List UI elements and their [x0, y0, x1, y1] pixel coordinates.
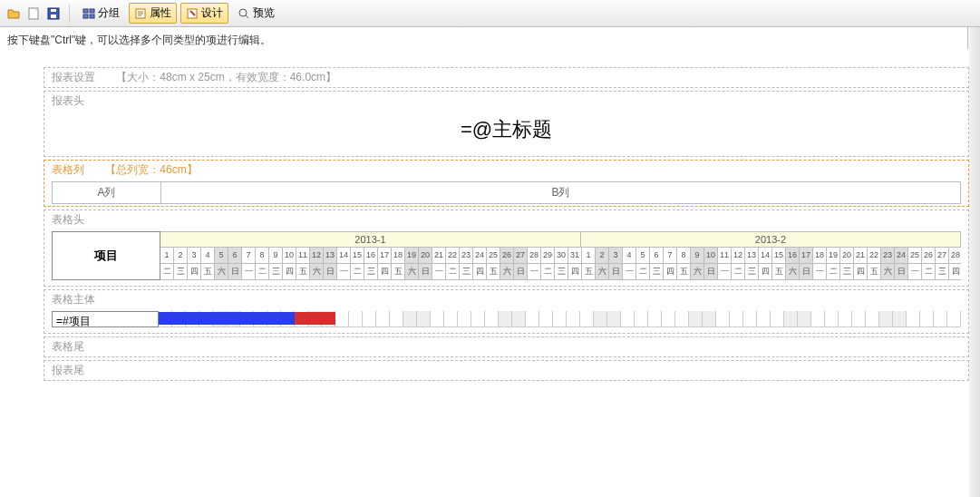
day-cell: 27 — [936, 248, 949, 264]
header-grid: 项目 2013-12013-2 123456789101112131415161… — [52, 231, 961, 280]
body-cell — [580, 311, 594, 327]
project-header-cell[interactable]: 项目 — [52, 231, 160, 280]
day-cell: 22 — [446, 248, 460, 264]
section-report-settings[interactable]: 报表设置 【大小：48cm x 25cm，有效宽度：46.0cm】 — [44, 67, 969, 88]
vertical-scrollbar[interactable] — [967, 27, 980, 497]
weekday-cell: 一 — [908, 264, 922, 280]
day-cell: 20 — [840, 248, 854, 264]
section-table-footer[interactable]: 表格尾 — [44, 336, 969, 357]
body-cell — [485, 311, 499, 327]
svg-rect-4 — [83, 9, 88, 13]
design-label: 设计 — [201, 5, 223, 21]
body-cell — [907, 311, 920, 327]
save-icon[interactable] — [45, 5, 62, 22]
body-cell — [471, 311, 485, 327]
weekday-cell: 二 — [636, 264, 650, 280]
body-cell — [403, 311, 417, 327]
day-cell: 12 — [310, 248, 324, 264]
day-cell: 2 — [596, 248, 609, 264]
day-cell: 23 — [460, 248, 473, 264]
group-button[interactable]: 分组 — [77, 3, 125, 24]
day-cell: 10 — [283, 248, 296, 264]
day-cell: 22 — [868, 248, 881, 264]
weekday-cell: 四 — [759, 264, 772, 280]
day-cell: 13 — [324, 248, 337, 264]
body-cell — [390, 311, 403, 327]
day-cell: 28 — [528, 248, 541, 264]
day-cell: 21 — [854, 248, 868, 264]
settings-label: 报表设置 — [52, 70, 95, 85]
cols-extra: 【总列宽：46cm】 — [105, 163, 197, 176]
main-title-field[interactable]: =@主标题 — [52, 109, 961, 151]
svg-rect-2 — [51, 15, 56, 18]
day-cell: 23 — [881, 248, 895, 264]
weekday-cell: 五 — [868, 264, 881, 280]
tfoot-label: 表格尾 — [52, 339, 84, 355]
day-cell: 17 — [800, 248, 813, 264]
new-icon[interactable] — [25, 5, 42, 22]
body-cell — [648, 311, 662, 327]
body-cell — [784, 311, 798, 327]
body-cell — [539, 311, 553, 327]
body-cell — [839, 311, 852, 327]
body-cell — [893, 311, 907, 327]
section-table-header[interactable]: 表格头 项目 2013-12013-2 12345678910111213141… — [44, 210, 969, 287]
design-canvas[interactable]: 报表设置 【大小：48cm x 25cm，有效宽度：46.0cm】 报表头 =@… — [0, 49, 969, 497]
design-button[interactable]: 设计 — [180, 3, 228, 24]
section-table-body[interactable]: 表格主体 =#项目 — [44, 289, 969, 334]
svg-rect-3 — [51, 9, 56, 12]
svg-rect-5 — [90, 9, 94, 13]
weekday-cell: 六 — [310, 264, 324, 280]
weekday-cell: 四 — [473, 264, 487, 280]
header-label: 报表头 — [52, 93, 84, 109]
day-cell: 30 — [555, 248, 568, 264]
weekday-row: 二三四五六日一二三四五六日一二三四五六日一二三四五六日一二三四五六日一二三四五六… — [160, 264, 961, 280]
body-cell — [662, 311, 675, 327]
day-cell: 12 — [732, 248, 745, 264]
open-icon[interactable] — [5, 5, 22, 22]
column-b[interactable]: B列 — [161, 182, 960, 203]
body-cell — [798, 311, 811, 327]
weekday-cell: 三 — [269, 264, 283, 280]
weekday-cell: 一 — [432, 264, 446, 280]
weekday-cell: 二 — [160, 264, 174, 280]
day-cell: 9 — [691, 248, 704, 264]
day-cell: 20 — [419, 248, 432, 264]
day-cell: 10 — [704, 248, 718, 264]
day-cell: 24 — [473, 248, 487, 264]
body-label: 表格主体 — [52, 292, 95, 307]
weekday-cell: 日 — [419, 264, 432, 280]
body-cell — [621, 311, 635, 327]
gantt-bar[interactable] — [159, 312, 335, 325]
attrs-label: 属性 — [150, 5, 171, 21]
day-cell: 9 — [269, 248, 283, 264]
day-cell: 17 — [378, 248, 392, 264]
svg-rect-7 — [90, 15, 94, 18]
section-report-header[interactable]: 报表头 =@主标题 — [44, 91, 969, 157]
body-cell — [635, 311, 648, 327]
preview-button[interactable]: 预览 — [232, 3, 280, 24]
section-report-footer[interactable]: 报表尾 — [44, 360, 969, 381]
day-cell: 3 — [609, 248, 623, 264]
day-cell: 28 — [949, 248, 961, 264]
weekday-cell: 四 — [378, 264, 392, 280]
attributes-button[interactable]: 属性 — [129, 3, 177, 24]
month-cell: 2013-2 — [581, 231, 961, 248]
weekday-cell: 二 — [351, 264, 364, 280]
column-a[interactable]: A列 — [53, 182, 161, 203]
weekday-cell: 三 — [460, 264, 473, 280]
section-table-columns[interactable]: 表格列 【总列宽：46cm】 A列 B列 — [44, 160, 969, 207]
weekday-cell: 四 — [854, 264, 868, 280]
weekday-cell: 三 — [745, 264, 759, 280]
day-cell: 27 — [514, 248, 528, 264]
weekday-cell: 六 — [881, 264, 895, 280]
weekday-cell: 一 — [528, 264, 541, 280]
weekday-cell: 日 — [800, 264, 813, 280]
day-cell: 4 — [201, 248, 215, 264]
weekday-cell: 六 — [215, 264, 228, 280]
weekday-cell: 日 — [228, 264, 242, 280]
gantt-area[interactable] — [159, 311, 961, 327]
weekday-cell: 二 — [922, 264, 936, 280]
weekday-cell: 二 — [827, 264, 840, 280]
project-field-cell[interactable]: =#项目 — [52, 311, 159, 327]
